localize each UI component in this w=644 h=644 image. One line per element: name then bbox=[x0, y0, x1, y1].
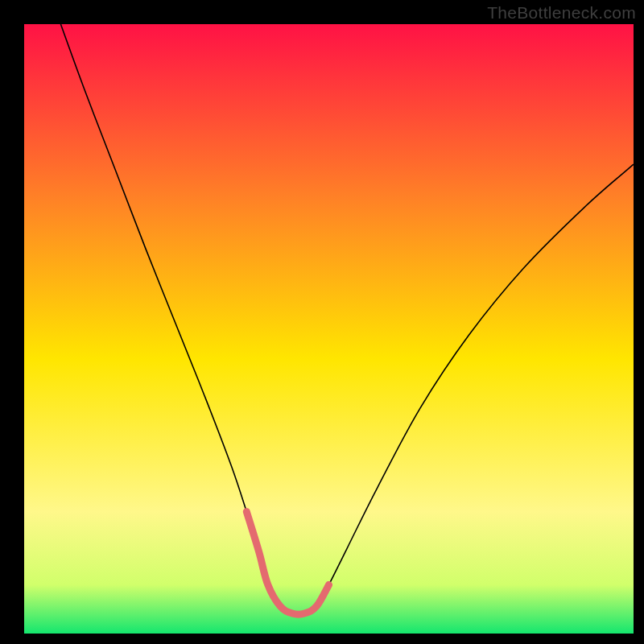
chart-stage: TheBottleneck.com bbox=[0, 0, 644, 644]
watermark-text: TheBottleneck.com bbox=[487, 3, 636, 23]
plot-background bbox=[24, 24, 634, 634]
bottleneck-chart bbox=[0, 0, 644, 644]
